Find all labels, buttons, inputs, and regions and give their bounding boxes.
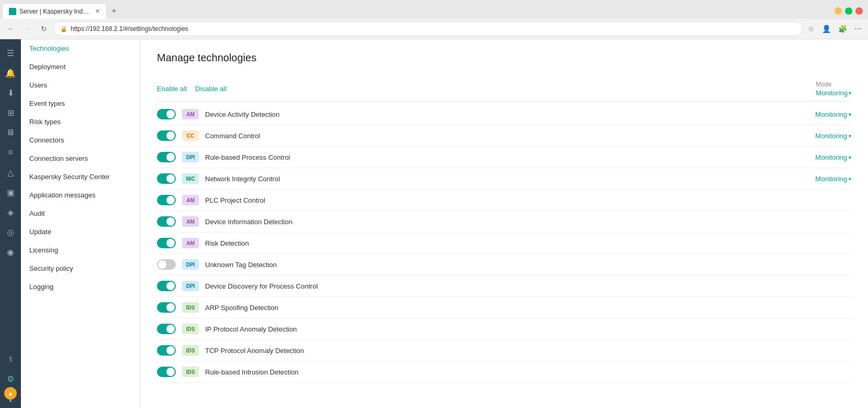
tab-title: Server | Kaspersky Industrial Cyb... bbox=[19, 8, 91, 15]
tech-mode-chevron-command-control: ▾ bbox=[849, 133, 851, 139]
tech-row-tcp-protocol-anomaly-detection: IDSTCP Protocol Anomaly Detection bbox=[157, 340, 851, 361]
rail-icon-tag[interactable]: ◈ bbox=[1, 203, 20, 222]
tech-mode-value-command-control: Monitoring bbox=[815, 132, 847, 140]
badge-device-activity-detection: AM bbox=[182, 109, 199, 119]
mode-dropdown[interactable]: Monitoring ▾ bbox=[816, 89, 851, 97]
sidebar-item-connection-servers[interactable]: Connection servers bbox=[21, 149, 140, 168]
tech-row-risk-detection: AMRisk Detection bbox=[157, 233, 851, 254]
tech-row-plc-project-control: AMPLC Project Control bbox=[157, 190, 851, 211]
window-close-button[interactable]: ✕ bbox=[855, 7, 863, 15]
rail-icon-notifications[interactable]: 🔔 bbox=[1, 63, 20, 82]
active-tab[interactable]: Server | Kaspersky Industrial Cyb... ✕ bbox=[2, 3, 107, 19]
badge-device-information-detection: AM bbox=[182, 216, 199, 227]
tech-row-rule-based-intrusion-detection: IDSRule-based Intrusion Detection bbox=[157, 361, 851, 383]
extensions-button[interactable]: 🧩 bbox=[836, 23, 849, 35]
sidebar: TechnologiesDeploymentUsersEvent typesRi… bbox=[21, 39, 140, 408]
rail-icon-monitor[interactable]: 🖥 bbox=[1, 123, 20, 142]
sidebar-item-technologies[interactable]: Technologies bbox=[21, 39, 140, 58]
browser-actions: ☆ 👤 🧩 ⋯ bbox=[806, 23, 864, 35]
toggle-knob-network-integrity-control bbox=[166, 174, 175, 183]
sidebar-item-logging[interactable]: Logging bbox=[21, 278, 140, 296]
new-tab-button[interactable]: + bbox=[107, 4, 121, 18]
tech-mode-command-control[interactable]: Monitoring▾ bbox=[815, 132, 851, 140]
tech-mode-network-integrity-control[interactable]: Monitoring▾ bbox=[815, 175, 851, 183]
menu-button[interactable]: ⋯ bbox=[852, 23, 864, 35]
disable-all-link[interactable]: Disable all bbox=[195, 85, 227, 93]
tech-row-rule-based-process-control: DPIRule-based Process ControlMonitoring▾ bbox=[157, 147, 851, 168]
sidebar-item-application-messages[interactable]: Application messages bbox=[21, 186, 140, 204]
sidebar-item-licensing[interactable]: Licensing bbox=[21, 241, 140, 259]
toggle-tcp-protocol-anomaly-detection[interactable] bbox=[157, 345, 176, 356]
forward-button[interactable]: → bbox=[21, 24, 35, 34]
toggle-knob-command-control bbox=[166, 131, 175, 140]
toggle-ip-protocol-anomaly-detection[interactable] bbox=[157, 324, 176, 334]
sidebar-item-update[interactable]: Update bbox=[21, 223, 140, 241]
badge-rule-based-process-control: DPI bbox=[182, 152, 199, 162]
refresh-button[interactable]: ↻ bbox=[38, 24, 50, 34]
sidebar-item-kaspersky-security-center[interactable]: Kaspersky Security Center bbox=[21, 168, 140, 186]
toggle-rule-based-process-control[interactable] bbox=[157, 152, 176, 162]
address-bar[interactable]: 🔒 https://192.168.2.1/#/settings/technol… bbox=[53, 21, 803, 36]
toggle-risk-detection[interactable] bbox=[157, 238, 176, 248]
badge-command-control: CC bbox=[182, 130, 199, 141]
toggle-device-discovery-process-control[interactable] bbox=[157, 281, 176, 291]
enable-all-link[interactable]: Enable all bbox=[157, 85, 187, 93]
tech-mode-chevron-network-integrity-control: ▾ bbox=[849, 176, 851, 182]
rail-icon-menu[interactable]: ☰ bbox=[1, 43, 20, 62]
rail-icon-server[interactable]: ▣ bbox=[1, 183, 20, 202]
window-maximize-button[interactable]: ⬜ bbox=[845, 7, 852, 15]
toggle-knob-ip-protocol-anomaly-detection bbox=[166, 325, 175, 333]
toggle-device-activity-detection[interactable] bbox=[157, 109, 176, 119]
tab-close-button[interactable]: ✕ bbox=[95, 8, 100, 15]
badge-device-discovery-process-control: DPI bbox=[182, 281, 199, 291]
warning-badge: ▲ bbox=[4, 387, 17, 400]
tech-name-rule-based-intrusion-detection: Rule-based Intrusion Detection bbox=[205, 368, 851, 376]
toggle-rule-based-intrusion-detection[interactable] bbox=[157, 367, 176, 377]
tech-name-ip-protocol-anomaly-detection: IP Protocol Anomaly Detection bbox=[205, 325, 851, 333]
sidebar-item-deployment[interactable]: Deployment bbox=[21, 58, 140, 76]
rail-icon-dna[interactable]: ⚕ bbox=[1, 349, 20, 368]
sidebar-item-security-policy[interactable]: Security policy bbox=[21, 259, 140, 278]
toggle-command-control[interactable] bbox=[157, 130, 176, 141]
rail-icon-settings[interactable]: ⚙ bbox=[1, 369, 20, 388]
mode-label: Mode bbox=[816, 81, 851, 88]
mode-value: Monitoring bbox=[816, 89, 848, 97]
rail-icon-globe[interactable]: ◎ bbox=[1, 223, 20, 241]
star-button[interactable]: ☆ bbox=[806, 23, 817, 35]
sidebar-item-event-types[interactable]: Event types bbox=[21, 94, 140, 113]
rail-icon-alert-triangle[interactable]: △ bbox=[1, 163, 20, 182]
rail-icon-user-circle[interactable]: ◉ bbox=[1, 242, 20, 261]
tech-name-device-activity-detection: Device Activity Detection bbox=[205, 111, 809, 118]
rail-icon-tasks[interactable]: ≡ bbox=[1, 143, 20, 162]
toggle-unknown-tag-detection[interactable] bbox=[157, 259, 176, 270]
tech-mode-value-device-activity-detection: Monitoring bbox=[815, 111, 847, 118]
toggle-plc-project-control[interactable] bbox=[157, 195, 176, 205]
badge-unknown-tag-detection: DPI bbox=[182, 259, 199, 270]
sidebar-item-risk-types[interactable]: Risk types bbox=[21, 113, 140, 131]
tech-mode-rule-based-process-control[interactable]: Monitoring▾ bbox=[815, 153, 851, 161]
tech-name-network-integrity-control: Network Integrity Control bbox=[205, 175, 809, 183]
badge-tcp-protocol-anomaly-detection: IDS bbox=[182, 345, 199, 356]
back-button[interactable]: ← bbox=[4, 24, 18, 34]
tech-row-device-information-detection: AMDevice Information Detection bbox=[157, 211, 851, 233]
sidebar-item-users[interactable]: Users bbox=[21, 76, 140, 94]
toggle-knob-unknown-tag-detection bbox=[158, 260, 166, 269]
toggle-arp-spoofing-detection[interactable] bbox=[157, 302, 176, 313]
tech-name-unknown-tag-detection: Unknown Tag Detection bbox=[205, 261, 851, 269]
toggle-device-information-detection[interactable] bbox=[157, 216, 176, 227]
tech-name-plc-project-control: PLC Project Control bbox=[205, 196, 851, 204]
sidebar-item-connectors[interactable]: Connectors bbox=[21, 131, 140, 149]
tech-mode-device-activity-detection[interactable]: Monitoring▾ bbox=[815, 111, 851, 118]
rail-icon-download[interactable]: ⬇ bbox=[1, 83, 20, 102]
tech-row-arp-spoofing-detection: IDSARP Spoofing Detection bbox=[157, 297, 851, 318]
window-minimize-button[interactable]: — bbox=[835, 7, 842, 15]
mode-chevron-icon: ▾ bbox=[849, 90, 851, 96]
app-wrapper: ☰🔔⬇⊞🖥≡△▣◈◎◉⚕⚙ℹ TechnologiesDeploymentUse… bbox=[0, 39, 868, 408]
rail-icon-grid[interactable]: ⊞ bbox=[1, 103, 20, 122]
tech-name-command-control: Command Control bbox=[205, 132, 809, 140]
sidebar-item-audit[interactable]: Audit bbox=[21, 204, 140, 223]
tab-favicon bbox=[9, 8, 16, 15]
badge-risk-detection: AM bbox=[182, 238, 199, 248]
toggle-network-integrity-control[interactable] bbox=[157, 173, 176, 184]
profile-icon-button[interactable]: 👤 bbox=[820, 23, 833, 35]
